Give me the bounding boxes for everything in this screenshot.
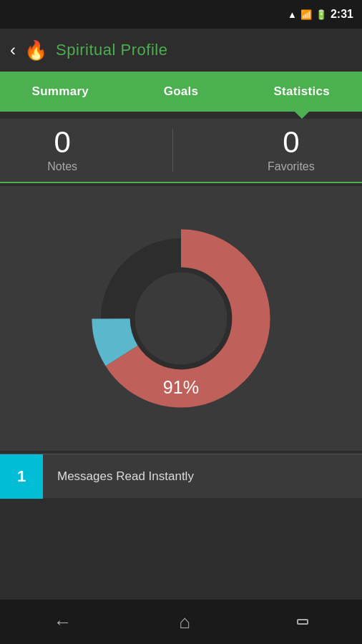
flame-icon: 🔥	[24, 39, 47, 62]
nav-back-icon: ←	[54, 611, 72, 633]
stat-divider	[172, 129, 173, 172]
nav-recents-icon	[297, 619, 308, 625]
notes-count: 0	[54, 127, 70, 157]
status-icons: ▲ 📶 🔋 2:31	[288, 8, 353, 21]
tab-bar: Summary Goals Statistics	[0, 72, 362, 112]
tab-statistics[interactable]: Statistics	[241, 72, 362, 112]
svg-text:91%: 91%	[163, 377, 199, 397]
list-item: 1 Messages Read Instantly	[0, 454, 362, 498]
favorites-count: 0	[283, 127, 299, 157]
nav-home-button[interactable]: ⌂	[157, 604, 212, 640]
battery-icon: 🔋	[315, 9, 327, 20]
back-button[interactable]: ‹	[10, 40, 16, 60]
stats-row: 0 Notes 0 Favorites	[0, 119, 362, 183]
notes-stat: 0 Notes	[47, 127, 77, 173]
tab-summary[interactable]: Summary	[0, 72, 121, 112]
status-bar: ▲ 📶 🔋 2:31	[0, 0, 362, 29]
tab-goals[interactable]: Goals	[121, 72, 242, 112]
donut-chart: 91%	[81, 218, 281, 419]
app-bar: ‹ 🔥 Spiritual Profile	[0, 29, 362, 72]
list-badge: 1	[0, 454, 43, 499]
sim-icon: 📶	[300, 9, 312, 20]
favorites-label: Favorites	[268, 160, 315, 173]
nav-bar: ← ⌂	[0, 600, 362, 644]
list-item-text: Messages Read Instantly	[43, 469, 194, 484]
wifi-icon: ▲	[288, 9, 297, 20]
favorites-stat: 0 Favorites	[268, 127, 315, 173]
nav-back-button[interactable]: ←	[32, 604, 94, 640]
notes-label: Notes	[47, 160, 77, 173]
nav-recents-button[interactable]	[275, 612, 330, 632]
status-time: 2:31	[331, 8, 353, 21]
nav-home-icon: ⌂	[179, 611, 190, 633]
chart-area: 91%	[0, 186, 362, 451]
app-title: Spiritual Profile	[56, 41, 167, 59]
svg-point-3	[135, 273, 228, 365]
